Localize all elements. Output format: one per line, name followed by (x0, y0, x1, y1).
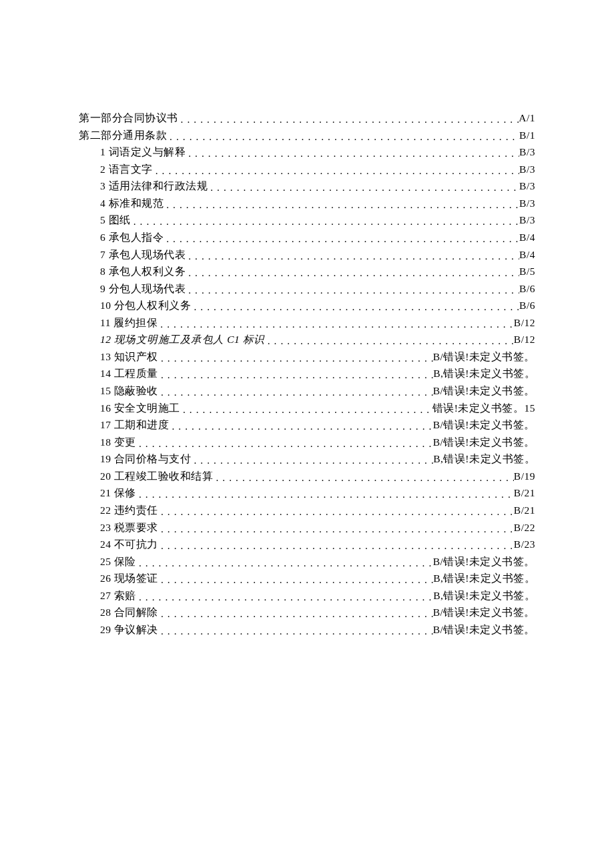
toc-page-ref: B/12 (514, 314, 535, 332)
toc-leader-dots (158, 350, 433, 367)
toc-leader-dots (131, 213, 519, 230)
toc-leader-dots (158, 622, 433, 640)
toc-page-ref: B/6 (519, 297, 535, 314)
toc-leader-dots (265, 332, 514, 350)
toc-page-ref: B,错误!未定义书签。 (433, 450, 535, 468)
page-container: 第一部分合同协议书A/1第二部分通用条款B/11 词语定义与解释B/32 语言文… (0, 0, 614, 868)
toc-leader-dots (158, 520, 514, 538)
toc-page-ref: B/12 (514, 331, 535, 348)
toc-title: 19 合同价格与支付 (100, 450, 191, 468)
toc-page-ref: 错误!未定义书签。15 (432, 400, 535, 417)
toc-leader-dots (186, 264, 519, 282)
toc-entry: 第二部分通用条款B/1 (79, 127, 535, 144)
toc-page-ref: B/5 (519, 263, 535, 280)
toc-leader-dots (158, 384, 433, 401)
toc-title: 12 现场文明施工及承包人 C1 标识 (100, 331, 265, 348)
toc-entry: 27 索赔 B,错误!未定义书签。 (79, 587, 535, 604)
toc-leader-dots (164, 196, 519, 213)
toc-title: 4 标准和规范 (100, 195, 164, 212)
toc-title: 18 变更 (100, 434, 136, 451)
toc-entry: 8 承包人权利义务B/5 (79, 263, 535, 280)
toc-entry: 13 知识产权 B/错误!未定义书签。 (79, 348, 535, 366)
toc-entry: 1 词语定义与解释B/3 (79, 143, 535, 161)
toc-title: 20 工程竣工验收和结算 (100, 468, 213, 485)
toc-page-ref: B/1 (519, 127, 535, 144)
toc-entry: 6 承包人指令B/4 (79, 229, 535, 246)
toc-title: 8 承包人权利义务 (100, 263, 186, 280)
toc-entry: 12 现场文明施工及承包人 C1 标识B/12 (79, 331, 535, 348)
toc-title: 1 词语定义与解释 (100, 143, 186, 161)
toc-page-ref: B/错误!未定义书签。 (433, 434, 535, 451)
toc-title: 23 税票要求 (100, 519, 158, 536)
toc-title: 第一部分合同协议书 (79, 109, 178, 127)
toc-entry: 18 变更 B/错误!未定义书签。 (79, 434, 535, 451)
toc-entry: 22 违约责任B/21 (79, 502, 535, 519)
toc-leader-dots (208, 179, 519, 196)
toc-page-ref: B/错误!未定义书签。 (433, 621, 535, 638)
toc-entry: 14 工程质量 B,错误!未定义书签。 (79, 365, 535, 382)
toc-page-ref: B/6 (519, 280, 535, 298)
toc-leader-dots (153, 162, 519, 179)
toc-page-ref: B/22 (514, 519, 535, 536)
toc-title: 25 保险 (100, 553, 136, 570)
toc-entry: 28 合同解除 B/错误!未定义书签。 (79, 604, 535, 621)
toc-entry: 3 适用法律和行政法规B/3 (79, 177, 535, 195)
toc-entry: 15 隐蔽验收 B/错误!未定义书签。 (79, 382, 535, 400)
toc-page-ref: B/19 (514, 468, 535, 485)
toc-page-ref: B/3 (519, 195, 535, 212)
toc-title: 2 语言文字 (100, 161, 153, 178)
toc-title: 7 承包人现场代表 (100, 246, 186, 264)
toc-page-ref: B,错误!未定义书签。 (433, 570, 535, 587)
toc-entry: 第一部分合同协议书A/1 (79, 109, 535, 127)
toc-title: 24 不可抗力 (100, 536, 158, 553)
toc-leader-dots (169, 418, 432, 435)
toc-page-ref: B/21 (514, 502, 535, 519)
toc-page-ref: B/错误!未定义书签。 (433, 553, 535, 570)
toc-entry: 5 图纸B/3 (79, 211, 535, 229)
toc-title: 13 知识产权 (100, 348, 158, 366)
toc-leader-dots (136, 588, 433, 606)
toc-entry: 23 税票要求B/22 (79, 519, 535, 536)
toc-leader-dots (136, 435, 433, 452)
toc-leader-dots (136, 554, 433, 572)
toc-title: 10 分包人权利义务 (100, 297, 191, 314)
toc-entry: 17 工期和进度 B/错误!未定义书签。 (79, 416, 535, 434)
toc-page-ref: B/21 (514, 484, 535, 502)
toc-leader-dots (158, 605, 433, 622)
toc-leader-dots (158, 316, 514, 333)
toc-leader-dots (136, 486, 514, 503)
toc-entry: 25 保险 B/错误!未定义书签。 (79, 553, 535, 570)
toc-page-ref: B/错误!未定义书签。 (433, 382, 535, 400)
toc-page-ref: B,错误!未定义书签。 (433, 587, 535, 604)
toc-page-ref: B/3 (519, 211, 535, 229)
toc-title: 22 违约责任 (100, 502, 158, 519)
toc-page-ref: B/3 (519, 143, 535, 161)
toc-leader-dots (186, 248, 519, 265)
toc-leader-dots (213, 469, 513, 486)
toc-title: 11 履约担保 (100, 314, 158, 332)
table-of-contents: 第一部分合同协议书A/1第二部分通用条款B/11 词语定义与解释B/32 语言文… (79, 109, 535, 638)
toc-page-ref: B/4 (519, 246, 535, 264)
toc-title: 26 现场签证 (100, 570, 158, 587)
toc-leader-dots (158, 571, 433, 588)
toc-entry: 7 承包人现场代表B/4 (79, 246, 535, 264)
toc-entry: 20 工程竣工验收和结算B/19 (79, 468, 535, 485)
toc-leader-dots (180, 401, 432, 418)
toc-title: 28 合同解除 (100, 604, 158, 621)
toc-title: 14 工程质量 (100, 365, 158, 382)
toc-page-ref: B/错误!未定义书签。 (433, 348, 535, 366)
toc-entry: 24 不可抗力B/23 (79, 536, 535, 553)
toc-title: 9 分包人现场代表 (100, 280, 186, 298)
toc-title: 5 图纸 (100, 211, 131, 229)
toc-leader-dots (191, 298, 519, 316)
toc-leader-dots (158, 503, 514, 520)
toc-entry: 16 安全文明施工 错误!未定义书签。15 (79, 400, 535, 417)
toc-page-ref: B/错误!未定义书签。 (433, 604, 535, 621)
toc-leader-dots (186, 145, 519, 162)
toc-title: 6 承包人指令 (100, 229, 164, 246)
toc-title: 3 适用法律和行政法规 (100, 177, 208, 195)
toc-leader-dots (158, 366, 433, 384)
toc-page-ref: B/错误!未定义书签。 (433, 416, 535, 434)
toc-entry: 11 履约担保B/12 (79, 314, 535, 332)
toc-page-ref: B/4 (519, 229, 535, 246)
